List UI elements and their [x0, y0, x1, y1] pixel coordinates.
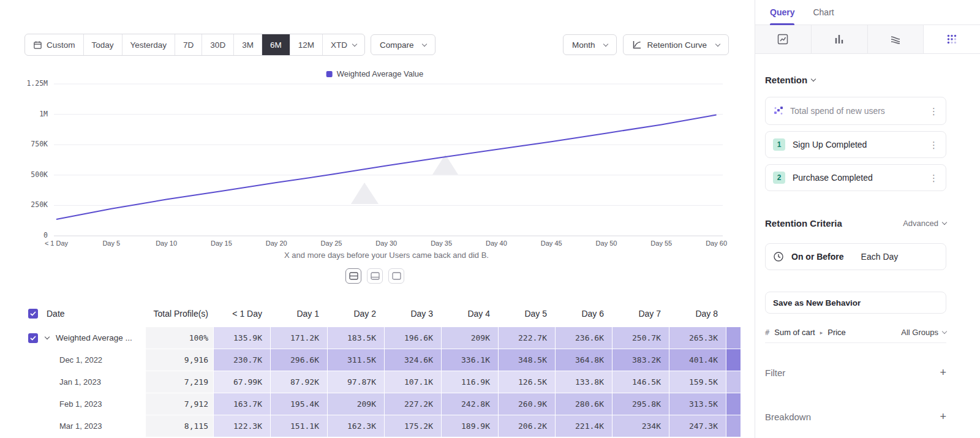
retention-cell[interactable]: 146.5K — [612, 371, 669, 393]
expand-chevron-icon[interactable] — [45, 334, 50, 339]
tab-query[interactable]: Query — [770, 0, 794, 25]
retention-cell[interactable]: 364.8K — [555, 349, 612, 371]
checkbox[interactable] — [28, 309, 38, 319]
funnel-step-1[interactable]: 1Sign Up Completed⋮ — [765, 131, 946, 158]
step-event-label[interactable]: Sign Up Completed — [793, 140, 922, 149]
funnel-step-2[interactable]: 2Purchase Completed⋮ — [765, 164, 946, 191]
range-xtd[interactable]: XTD — [322, 34, 364, 55]
column-header[interactable]: Day 8 — [669, 300, 726, 327]
range-30d[interactable]: 30D — [202, 34, 233, 55]
criteria-mode-dropdown[interactable]: Advanced — [903, 219, 946, 228]
retention-cell[interactable]: 162.3K — [327, 415, 384, 437]
retention-cell[interactable]: 242.8K — [441, 393, 498, 415]
retention-cell[interactable]: 230.7K — [213, 349, 270, 371]
row-label[interactable]: Feb 1, 2023 — [0, 393, 146, 415]
row-label[interactable]: Mar 1, 2023 — [0, 415, 146, 437]
retention-cell[interactable]: 348.5K — [498, 349, 555, 371]
retention-cell[interactable]: 336.1K — [441, 349, 498, 371]
kebab-icon[interactable]: ⋮ — [929, 107, 938, 116]
retention-cell[interactable]: 260.9K — [498, 393, 555, 415]
retention-cell[interactable]: 171.2K — [270, 327, 327, 349]
column-header[interactable]: Day 1 — [270, 300, 327, 327]
measurement-label[interactable]: Sum of cart — [774, 328, 815, 337]
retention-cell[interactable]: 295.8K — [612, 393, 669, 415]
retention-cell[interactable]: 87.92K — [270, 371, 327, 393]
retention-cell[interactable]: 122.3K — [213, 415, 270, 437]
groups-dropdown[interactable]: All Groups — [901, 328, 946, 337]
column-header[interactable]: Day 3 — [384, 300, 441, 327]
retention-cell[interactable]: 209K — [441, 327, 498, 349]
retention-chart[interactable] — [24, 80, 729, 240]
criteria-row[interactable]: On or Before Each Day — [765, 243, 946, 270]
retention-cell[interactable]: 250.7K — [612, 327, 669, 349]
column-header[interactable]: Day 2 — [327, 300, 384, 327]
retention-cell[interactable]: 67.99K — [213, 371, 270, 393]
chart-type-funnels-icon[interactable] — [812, 25, 868, 53]
step-event-label[interactable]: Purchase Completed — [793, 173, 922, 183]
column-header[interactable]: Date — [0, 300, 146, 327]
range-3m[interactable]: 3M — [233, 34, 262, 55]
kebab-icon[interactable]: ⋮ — [929, 140, 938, 149]
add-breakdown-icon[interactable]: + — [940, 410, 946, 423]
column-header[interactable]: Day 6 — [555, 300, 612, 327]
retention-cell[interactable]: 280.6K — [555, 393, 612, 415]
compare-button[interactable]: Compare — [371, 34, 436, 55]
row-label[interactable]: Dec 1, 2022 — [0, 349, 146, 371]
retention-cell[interactable]: 116.9K — [441, 371, 498, 393]
column-header[interactable]: Day 5 — [498, 300, 555, 327]
row-label[interactable]: Weighted Average ... — [0, 327, 146, 349]
retention-cell[interactable]: 159.5K — [669, 371, 726, 393]
retention-cell[interactable]: 311.5K — [327, 349, 384, 371]
retention-cell[interactable]: 234K — [612, 415, 669, 437]
query-type-dropdown[interactable]: Retention — [765, 75, 815, 85]
chart-type-flows-icon[interactable] — [868, 25, 924, 53]
measurement-property[interactable]: Price — [827, 328, 846, 337]
range-custom[interactable]: Custom — [25, 34, 83, 55]
retention-cell[interactable]: 189.9K — [441, 415, 498, 437]
column-header[interactable]: Day 4 — [441, 300, 498, 327]
retention-cell[interactable]: 222.7K — [498, 327, 555, 349]
retention-cell[interactable]: 209K — [327, 393, 384, 415]
criteria-frequency[interactable]: Each Day — [861, 252, 899, 262]
retention-cell[interactable]: 107.1K — [384, 371, 441, 393]
range-6m[interactable]: 6M — [262, 34, 290, 55]
chart-legend[interactable]: Weighted Average Value — [326, 69, 424, 78]
column-header[interactable]: Total Profile(s) — [146, 300, 213, 327]
save-behavior-button[interactable]: Save as New Behavior — [765, 292, 946, 314]
retention-cell[interactable]: 151.1K — [270, 415, 327, 437]
retention-cell[interactable]: 401.4K — [669, 349, 726, 371]
column-header[interactable]: Day 7 — [612, 300, 669, 327]
chart-type-button[interactable]: Retention Curve — [623, 34, 729, 55]
retention-cell[interactable]: 133.8K — [555, 371, 612, 393]
chart-type-retention-icon[interactable] — [924, 25, 980, 53]
retention-cell[interactable]: 196.6K — [384, 327, 441, 349]
density-medium-button[interactable] — [367, 268, 383, 284]
criteria-condition[interactable]: On or Before — [791, 252, 844, 262]
retention-cell[interactable]: 135.9K — [213, 327, 270, 349]
retention-cell[interactable]: 265.3K — [669, 327, 726, 349]
retention-cell[interactable]: 247.3K — [669, 415, 726, 437]
retention-cell[interactable]: 383.2K — [612, 349, 669, 371]
breakdown-section[interactable]: Breakdown + — [765, 408, 946, 425]
filter-section[interactable]: Filter + — [765, 364, 946, 381]
retention-cell[interactable]: 126.5K — [498, 371, 555, 393]
range-yesterday[interactable]: Yesterday — [122, 34, 175, 55]
retention-cell[interactable]: 195.4K — [270, 393, 327, 415]
add-filter-icon[interactable]: + — [940, 366, 946, 379]
range-12m[interactable]: 12M — [290, 34, 322, 55]
retention-cell[interactable]: 236.6K — [555, 327, 612, 349]
granularity-button[interactable]: Month — [563, 34, 617, 55]
range-7d[interactable]: 7D — [175, 34, 202, 55]
checkbox[interactable] — [28, 333, 38, 343]
behavior-card[interactable]: Total spend of new users ⋮ — [765, 97, 946, 125]
retention-cell[interactable]: 296.6K — [270, 349, 327, 371]
retention-cell[interactable]: 163.7K — [213, 393, 270, 415]
retention-cell[interactable]: 221.4K — [555, 415, 612, 437]
tab-chart[interactable]: Chart — [813, 0, 834, 25]
kebab-icon[interactable]: ⋮ — [929, 173, 938, 183]
range-today[interactable]: Today — [83, 34, 122, 55]
retention-cell[interactable]: 183.5K — [327, 327, 384, 349]
chart-type-insights-icon[interactable] — [755, 25, 812, 53]
density-tall-button[interactable] — [388, 268, 404, 284]
retention-cell[interactable]: 313.5K — [669, 393, 726, 415]
